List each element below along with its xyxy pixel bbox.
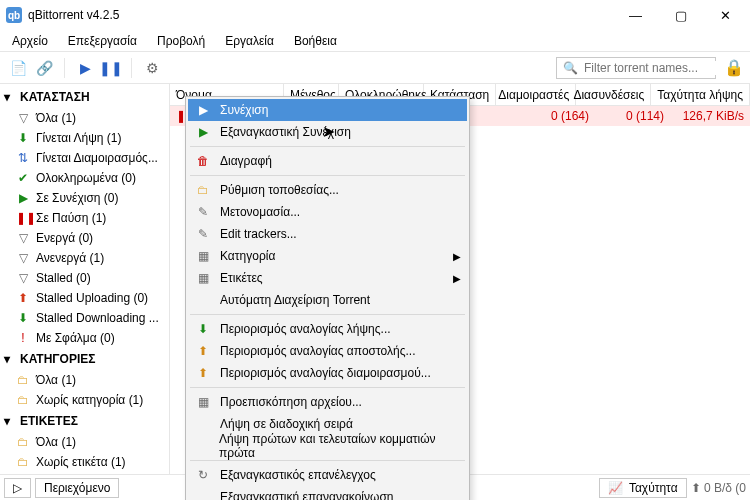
status-icon: ⬆ — [16, 291, 30, 305]
status-icon: ▽ — [16, 111, 30, 125]
panel-toggle-button[interactable]: ▷ — [4, 478, 31, 498]
ctx-item[interactable]: ✎Edit trackers... — [188, 223, 467, 245]
sidebar-item-label: Ολοκληρωμένα (0) — [36, 171, 136, 185]
sidebar: ▾ΚΑΤΑΣΤΑΣΗ▽Όλα (1)⬇Γίνεται Λήψη (1)⇅Γίνε… — [0, 84, 170, 474]
pause-icon[interactable]: ❚❚ — [99, 56, 123, 80]
ctx-item[interactable]: ⬆Περιορισμός αναλογίας αποστολής... — [188, 340, 467, 362]
col-peers[interactable]: Διασυνδέσεις — [576, 84, 651, 105]
panel-speed-button[interactable]: 📈 Ταχύτητα — [599, 478, 687, 498]
panel-content-button[interactable]: Περιεχόμενο — [35, 478, 119, 498]
ctx-label: Συνέχιση — [220, 103, 268, 117]
ctx-icon: ▦ — [194, 395, 212, 409]
ctx-separator — [190, 387, 465, 388]
menu-help[interactable]: Βοήθεια — [284, 32, 347, 50]
menu-tools[interactable]: Εργαλεία — [215, 32, 284, 50]
menu-view[interactable]: Προβολή — [147, 32, 215, 50]
ctx-icon: ▦ — [194, 271, 212, 285]
upload-speed: ⬆ 0 B/δ (0 — [691, 481, 746, 495]
sidebar-item-label: Σε Παύση (1) — [36, 211, 106, 225]
sidebar-section[interactable]: ▾ΙΧΝΗΛΑΤΕΣ — [2, 472, 167, 474]
ctx-separator — [190, 460, 465, 461]
status-icon: 🗀 — [16, 455, 30, 469]
ctx-icon: ✎ — [194, 227, 212, 241]
menu-bar: Αρχείο Επεξεργασία Προβολή Εργαλεία Βοήθ… — [0, 30, 750, 52]
ctx-label: Εξαναγκαστική επανανακοίνωση — [220, 490, 393, 500]
ctx-item[interactable]: ⬇Περιορισμός αναλογίας λήψης... — [188, 318, 467, 340]
ctx-item[interactable]: ▦Προεπισκόπηση αρχείου... — [188, 391, 467, 413]
sidebar-item[interactable]: ⬇Stalled Downloading ... — [2, 308, 167, 328]
ctx-separator — [190, 314, 465, 315]
sidebar-item[interactable]: ⬇Γίνεται Λήψη (1) — [2, 128, 167, 148]
sidebar-section[interactable]: ▾ΕΤΙΚΕΤΕΣ — [2, 410, 167, 432]
context-menu: ▶Συνέχιση▶Εξαναγκαστική Συνέχιση🗑Διαγραφ… — [185, 96, 470, 500]
status-icon: 🗀 — [16, 393, 30, 407]
sidebar-item[interactable]: ▽Όλα (1) — [2, 108, 167, 128]
ctx-separator — [190, 146, 465, 147]
ctx-item[interactable]: ▦Κατηγορία▶ — [188, 245, 467, 267]
add-torrent-file-icon[interactable]: 📄 — [6, 56, 30, 80]
ctx-label: Κατηγορία — [220, 249, 275, 263]
ctx-item[interactable]: ✎Μετονομασία... — [188, 201, 467, 223]
sidebar-item[interactable]: 🗀Χωρίς ετικέτα (1) — [2, 452, 167, 472]
resume-icon[interactable]: ▶ — [73, 56, 97, 80]
cursor-icon: ➤ — [322, 122, 335, 141]
menu-file[interactable]: Αρχείο — [2, 32, 58, 50]
sidebar-item-label: Όλα (1) — [36, 373, 76, 387]
ctx-label: Λήψη πρώτων και τελευταίων κομματιών πρώ… — [219, 432, 461, 460]
maximize-button[interactable]: ▢ — [658, 1, 703, 29]
settings-icon[interactable]: ⚙ — [140, 56, 164, 80]
status-icon: 🗀 — [16, 373, 30, 387]
minimize-button[interactable]: — — [613, 1, 658, 29]
sidebar-item[interactable]: ❚❚Σε Παύση (1) — [2, 208, 167, 228]
search-box[interactable]: 🔍 — [556, 57, 716, 79]
sidebar-item[interactable]: ⬆Stalled Uploading (0) — [2, 288, 167, 308]
sidebar-item[interactable]: ⇅Γίνεται Διαμοιρασμός... — [2, 148, 167, 168]
ctx-item[interactable]: Εξαναγκαστική επανανακοίνωση — [188, 486, 467, 500]
sidebar-item-label: Ανενεργά (1) — [36, 251, 104, 265]
sidebar-item[interactable]: ▽Ανενεργά (1) — [2, 248, 167, 268]
close-button[interactable]: ✕ — [703, 1, 748, 29]
col-dlspeed[interactable]: Ταχύτητα λήψης — [651, 84, 750, 105]
search-icon: 🔍 — [563, 61, 578, 75]
ctx-item[interactable]: Αυτόματη Διαχείριση Torrent — [188, 289, 467, 311]
ctx-icon: ▶ — [194, 125, 212, 139]
ctx-icon: ↻ — [194, 468, 212, 482]
ctx-item[interactable]: ▦Ετικέτες▶ — [188, 267, 467, 289]
lock-icon[interactable]: 🔒 — [724, 58, 744, 77]
sidebar-item-label: Χωρίς κατηγορία (1) — [36, 393, 143, 407]
sidebar-item[interactable]: ▽Stalled (0) — [2, 268, 167, 288]
cell-dlspeed: 126,7 KiB/s — [670, 109, 750, 123]
sidebar-section[interactable]: ▾ΚΑΤΑΣΤΑΣΗ — [2, 86, 167, 108]
sidebar-item-label: Όλα (1) — [36, 111, 76, 125]
sidebar-item[interactable]: 🗀Χωρίς κατηγορία (1) — [2, 390, 167, 410]
col-seeds[interactable]: Διαμοιραστές — [496, 84, 576, 105]
sidebar-item[interactable]: ▽Ενεργά (0) — [2, 228, 167, 248]
ctx-item[interactable]: 🗑Διαγραφή — [188, 150, 467, 172]
sidebar-item[interactable]: 🗀Όλα (1) — [2, 370, 167, 390]
ctx-label: Διαγραφή — [220, 154, 272, 168]
ctx-icon: ⬇ — [194, 322, 212, 336]
ctx-label: Ετικέτες — [220, 271, 263, 285]
ctx-label: Μετονομασία... — [220, 205, 300, 219]
ctx-icon: ▶ — [194, 103, 212, 117]
ctx-item[interactable]: 🗀Ρύθμιση τοποθεσίας... — [188, 179, 467, 201]
sidebar-item[interactable]: ▶Σε Συνέχιση (0) — [2, 188, 167, 208]
menu-edit[interactable]: Επεξεργασία — [58, 32, 147, 50]
app-icon: qb — [6, 7, 22, 23]
ctx-separator — [190, 175, 465, 176]
ctx-item[interactable]: ↻Εξαναγκαστικός επανέλεγχος — [188, 464, 467, 486]
ctx-label: Περιορισμός αναλογίας αποστολής... — [220, 344, 415, 358]
status-icon: ▽ — [16, 271, 30, 285]
search-input[interactable] — [584, 61, 734, 75]
add-torrent-link-icon[interactable]: 🔗 — [32, 56, 56, 80]
ctx-item[interactable]: ⬆Περιορισμός αναλογίας διαμοιρασμού... — [188, 362, 467, 384]
sidebar-item-label: Stalled (0) — [36, 271, 91, 285]
ctx-item[interactable]: Λήψη πρώτων και τελευταίων κομματιών πρώ… — [188, 435, 467, 457]
sidebar-item[interactable]: ✔Ολοκληρωμένα (0) — [2, 168, 167, 188]
sidebar-item[interactable]: !Με Σφάλμα (0) — [2, 328, 167, 348]
sidebar-item-label: Όλα (1) — [36, 435, 76, 449]
sidebar-item[interactable]: 🗀Όλα (1) — [2, 432, 167, 452]
ctx-item[interactable]: ▶Συνέχιση — [188, 99, 467, 121]
sidebar-item-label: Stalled Uploading (0) — [36, 291, 148, 305]
sidebar-section[interactable]: ▾ΚΑΤΗΓΟΡΙΕΣ — [2, 348, 167, 370]
